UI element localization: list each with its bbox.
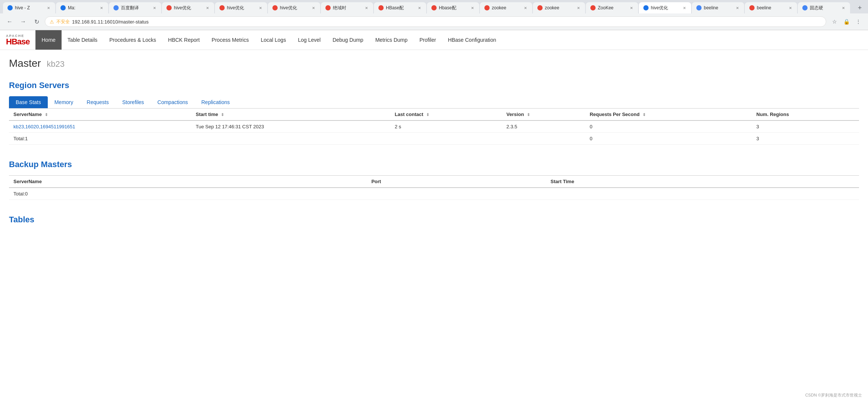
forward-button[interactable]: → xyxy=(18,16,28,27)
browser-tab-tab15[interactable]: beeline✕ xyxy=(745,2,797,13)
sort-icon: ⇕ xyxy=(643,113,646,117)
nav-item-procedures-locks[interactable]: Procedures & Locks xyxy=(103,30,162,50)
url-warning-text: 不安全 xyxy=(56,19,70,25)
backup-masters-title: Backup Masters xyxy=(9,160,859,169)
bm-col-header-server-name: ServerName xyxy=(9,176,367,188)
region-servers-table: ServerName ⇕Start time ⇕Last contact ⇕Ve… xyxy=(9,108,859,145)
browser-tab-tab13[interactable]: hive优化✕ xyxy=(639,2,691,13)
nav-item-metrics-dump[interactable]: Metrics Dump xyxy=(369,30,413,50)
menu-button[interactable]: ⋮ xyxy=(853,16,864,27)
url-actions: ☆ 🔒 ⋮ xyxy=(829,16,864,27)
table-row: kb23,16020,1694511991651Tue Sep 12 17:46… xyxy=(9,120,859,133)
stats-tab-memory[interactable]: Memory xyxy=(48,96,80,108)
url-bar[interactable]: ⚠ 不安全 192.168.91.11:16010/master-status xyxy=(45,16,826,27)
sort-icon: ⇕ xyxy=(45,113,48,117)
sort-icon: ⇕ xyxy=(426,113,429,117)
backup-masters-table-body: Total:0 xyxy=(9,188,859,200)
total-row: Total:103 xyxy=(9,133,859,145)
browser-tab-tab8[interactable]: HBase配✕ xyxy=(374,2,426,13)
extension-button[interactable]: 🔒 xyxy=(841,16,852,27)
nav-item-table-details[interactable]: Table Details xyxy=(62,30,103,50)
tab-bar: hive - Z✕Ma:✕百度翻译✕hive优化✕hive优化✕hive优化✕绝… xyxy=(0,0,868,13)
browser-tab-tab6[interactable]: hive优化✕ xyxy=(268,2,320,13)
browser-chrome: hive - Z✕Ma:✕百度翻译✕hive优化✕hive优化✕hive优化✕绝… xyxy=(0,0,868,30)
backup-masters-table-head: ServerNamePortStart Time xyxy=(9,176,859,188)
server-name-cell[interactable]: kb23,16020,1694511991651 xyxy=(9,120,191,133)
region-servers-title: Region Servers xyxy=(9,81,859,90)
region-servers-table-body: kb23,16020,1694511991651Tue Sep 12 17:46… xyxy=(9,120,859,145)
tables-section: Tables xyxy=(9,215,859,225)
col-header-last-contact[interactable]: Last contact ⇕ xyxy=(390,109,502,121)
last-contact-cell: 2 s xyxy=(390,120,502,133)
sort-icon: ⇕ xyxy=(221,113,224,117)
nav-item-hbase-config[interactable]: HBase Configuration xyxy=(442,30,502,50)
sort-icon: ⇕ xyxy=(527,113,530,117)
requests-per-second-cell: 0 xyxy=(585,120,752,133)
nav-items: HomeTable DetailsProcedures & LocksHBCK … xyxy=(35,30,502,50)
version-cell: 2.3.5 xyxy=(502,120,585,133)
browser-tab-tab4[interactable]: hive优化✕ xyxy=(162,2,214,13)
new-tab-button[interactable]: + xyxy=(855,3,865,13)
total-label: Total:1 xyxy=(9,133,191,145)
stats-tab-replications[interactable]: Replications xyxy=(194,96,236,108)
address-bar: ← → ↻ ⚠ 不安全 192.168.91.11:16010/master-s… xyxy=(0,13,868,30)
hbase-logo: APACHE HBase xyxy=(0,31,35,49)
bm-col-header-port: Port xyxy=(367,176,546,188)
col-header-version[interactable]: Version ⇕ xyxy=(502,109,585,121)
browser-tab-tab9[interactable]: Hbase配✕ xyxy=(427,2,479,13)
col-header-num-regions: Num. Regions xyxy=(752,109,859,121)
nav-item-process-metrics[interactable]: Process Metrics xyxy=(206,30,255,50)
url-text: 192.168.91.11:16010/master-status xyxy=(72,19,149,25)
backup-masters-section: Backup Masters ServerNamePortStart Time … xyxy=(9,160,859,200)
num-regions-cell: 3 xyxy=(752,120,859,133)
hbase-navbar: APACHE HBase HomeTable DetailsProcedures… xyxy=(0,30,868,50)
stats-tab-storefiles[interactable]: Storefiles xyxy=(115,96,150,108)
back-button[interactable]: ← xyxy=(4,16,15,27)
browser-tab-tab12[interactable]: ZooKee✕ xyxy=(586,2,638,13)
nav-item-log-level[interactable]: Log Level xyxy=(292,30,327,50)
col-header-start-time[interactable]: Start time ⇕ xyxy=(191,109,390,121)
browser-tab-tab11[interactable]: zookee✕ xyxy=(533,2,585,13)
browser-tab-tab16[interactable]: 固态硬✕ xyxy=(798,2,850,13)
browser-tab-tab2[interactable]: Ma:✕ xyxy=(56,2,108,13)
bm-total-label: Total:0 xyxy=(9,188,367,200)
browser-tab-tab5[interactable]: hive优化✕ xyxy=(215,2,267,13)
hbase-text: HBase xyxy=(6,38,29,46)
nav-item-home[interactable]: Home xyxy=(35,30,61,50)
tables-title: Tables xyxy=(9,215,859,225)
master-label: Master xyxy=(9,57,41,69)
bookmark-button[interactable]: ☆ xyxy=(829,16,840,27)
stats-tab-base-stats[interactable]: Base Stats xyxy=(9,96,48,108)
total-requests-cell: 0 xyxy=(585,133,752,145)
nav-item-debug-dump[interactable]: Debug Dump xyxy=(327,30,369,50)
start-time-cell: Tue Sep 12 17:46:31 CST 2023 xyxy=(191,120,390,133)
security-warning-icon: ⚠ xyxy=(50,19,54,25)
backup-masters-table: ServerNamePortStart Time Total:0 xyxy=(9,175,859,200)
col-header-requests-per-second[interactable]: Requests Per Second ⇕ xyxy=(585,109,752,121)
nav-item-local-logs[interactable]: Local Logs xyxy=(255,30,292,50)
nav-item-profiler[interactable]: Profiler xyxy=(413,30,442,50)
nav-item-hbck-report[interactable]: HBCK Report xyxy=(162,30,206,50)
bm-total-row: Total:0 xyxy=(9,188,859,200)
page-content: Master kb23 Region Servers Base StatsMem… xyxy=(0,50,868,232)
master-hostname: kb23 xyxy=(47,59,65,69)
region-servers-table-head: ServerName ⇕Start time ⇕Last contact ⇕Ve… xyxy=(9,109,859,121)
reload-button[interactable]: ↻ xyxy=(31,16,42,27)
stats-tab-compactions[interactable]: Compactions xyxy=(151,96,195,108)
browser-tab-tab3[interactable]: 百度翻译✕ xyxy=(109,2,161,13)
browser-tab-tab10[interactable]: zookee✕ xyxy=(480,2,532,13)
bm-col-header-start-time: Start Time xyxy=(546,176,859,188)
stats-tabs: Base StatsMemoryRequestsStorefilesCompac… xyxy=(9,96,859,108)
page-title: Master kb23 xyxy=(9,57,859,69)
stats-tab-requests[interactable]: Requests xyxy=(80,96,115,108)
browser-tab-tab1[interactable]: hive - Z✕ xyxy=(3,2,55,13)
browser-tab-tab7[interactable]: 绝域时✕ xyxy=(321,2,373,13)
col-header-server-name[interactable]: ServerName ⇕ xyxy=(9,109,191,121)
total-regions-cell: 3 xyxy=(752,133,859,145)
browser-tab-tab14[interactable]: beeline✕ xyxy=(692,2,744,13)
